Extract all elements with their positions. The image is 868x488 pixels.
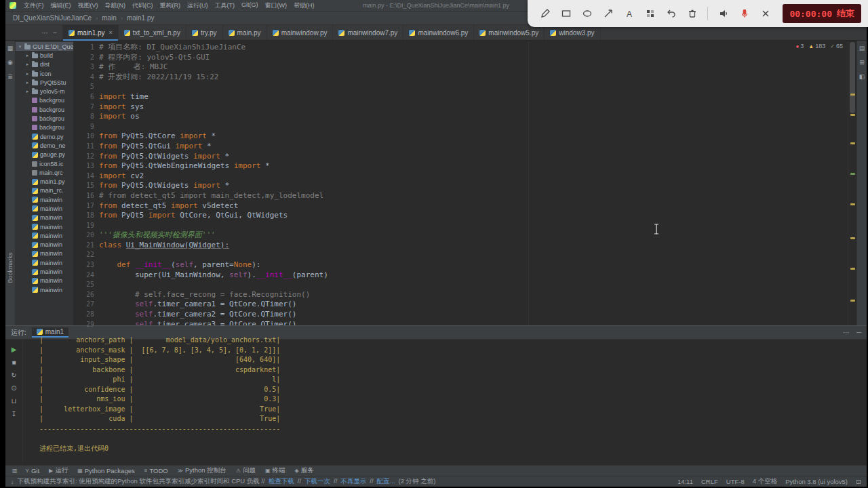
line-number[interactable]: 10 bbox=[73, 131, 94, 142]
line-number[interactable]: 20 bbox=[73, 230, 94, 241]
stop-icon[interactable]: ■ bbox=[12, 359, 16, 366]
status-link[interactable]: 下载一次 bbox=[304, 477, 330, 486]
tree-item[interactable]: mainwin bbox=[16, 214, 73, 222]
menu-item[interactable]: 工具(T) bbox=[212, 1, 239, 11]
status-widget[interactable]: UTF-8 bbox=[726, 478, 745, 485]
refresh-icon[interactable]: ↻ bbox=[11, 371, 16, 379]
line-number[interactable]: 19 bbox=[73, 221, 94, 231]
status-widget[interactable]: 14:11 bbox=[677, 478, 693, 485]
editor-tab[interactable]: main.py bbox=[223, 25, 267, 40]
menu-item[interactable]: 文件(F) bbox=[20, 1, 47, 11]
lock-icon[interactable]: ⊡ bbox=[856, 478, 861, 485]
scroll-end-icon[interactable]: ↧ bbox=[11, 410, 16, 418]
breadcrumb-item[interactable]: main1.py bbox=[125, 14, 157, 22]
close-icon[interactable] bbox=[756, 5, 774, 23]
menu-item[interactable]: 窗口(W) bbox=[262, 1, 291, 11]
chevron-collapsed-icon[interactable]: ▸ bbox=[25, 80, 30, 85]
line-number[interactable]: 8 bbox=[73, 112, 94, 122]
editor-tab[interactable]: try.py bbox=[186, 25, 223, 40]
menu-item[interactable]: 代码(C) bbox=[129, 1, 157, 11]
hide-panel-icon[interactable]: − bbox=[53, 29, 57, 37]
tree-item[interactable]: mainwin bbox=[16, 249, 73, 258]
tree-item[interactable]: icon58.ic bbox=[16, 159, 73, 168]
ellipse-icon[interactable] bbox=[578, 5, 596, 23]
chevron-expanded-icon[interactable]: ▾ bbox=[18, 44, 22, 49]
menu-item[interactable]: 视图(V) bbox=[75, 1, 102, 11]
status-link[interactable]: 配置... bbox=[377, 477, 395, 486]
line-number[interactable]: 12 bbox=[73, 152, 94, 162]
menu-item[interactable]: 编辑(E) bbox=[47, 1, 75, 11]
tree-item[interactable]: mainwin bbox=[16, 258, 73, 267]
line-number[interactable]: 5 bbox=[73, 82, 94, 92]
tree-item[interactable]: backgrou bbox=[16, 105, 73, 114]
undo-icon[interactable] bbox=[662, 5, 680, 23]
tool-window-button[interactable]: ⚠问题 bbox=[232, 466, 260, 475]
inspections-widget[interactable]: ●3▲183✓65 bbox=[795, 43, 843, 49]
chevron-collapsed-icon[interactable]: ▸ bbox=[25, 53, 30, 58]
editor-scrollbar[interactable] bbox=[848, 41, 856, 325]
editor-tab[interactable]: mainwindow7.py bbox=[333, 25, 403, 40]
close-icon[interactable]: × bbox=[109, 29, 113, 36]
project-tool-icon[interactable]: ▦ bbox=[7, 45, 14, 52]
line-number[interactable]: 17 bbox=[73, 201, 94, 211]
text-icon[interactable]: A bbox=[620, 5, 638, 23]
tree-item[interactable]: main1.py bbox=[16, 177, 73, 186]
arrow-icon[interactable] bbox=[599, 5, 617, 23]
tree-item[interactable]: mainwin bbox=[16, 285, 73, 294]
chevron-collapsed-icon[interactable]: ▸ bbox=[25, 71, 30, 77]
tree-item[interactable]: ▾GUI E:\DI_QueXia bbox=[16, 42, 73, 51]
tree-item[interactable]: ▸icon bbox=[16, 69, 73, 78]
tree-item[interactable]: ▸PyQt5Stu bbox=[16, 78, 73, 87]
menu-item[interactable]: 重构(R) bbox=[157, 1, 184, 11]
menu-item[interactable]: 导航(N) bbox=[102, 1, 130, 11]
warning-count-badge[interactable]: ▲183 bbox=[808, 43, 825, 49]
mic-icon[interactable] bbox=[735, 5, 753, 23]
tree-item[interactable]: mainwin bbox=[16, 231, 73, 240]
editor-tab[interactable]: mainwindow5.py bbox=[474, 25, 545, 40]
line-number[interactable]: 27 bbox=[73, 300, 94, 310]
line-number[interactable]: 26 bbox=[73, 290, 94, 300]
breadcrumb-item[interactable]: DI_QueXianShiJueJianCe bbox=[11, 14, 94, 22]
line-number[interactable]: 25 bbox=[73, 280, 94, 290]
line-number[interactable]: 23 bbox=[73, 260, 94, 270]
menu-item[interactable]: 运行(U) bbox=[184, 1, 212, 11]
line-number[interactable]: 24 bbox=[73, 270, 94, 281]
tool-window-button[interactable]: ≫Python 控制台 bbox=[174, 466, 231, 475]
tree-item[interactable]: demo.py bbox=[16, 132, 73, 141]
chevron-collapsed-icon[interactable]: ▸ bbox=[25, 89, 30, 94]
line-number[interactable]: 13 bbox=[73, 161, 94, 171]
status-widget[interactable]: CRLF bbox=[701, 478, 718, 485]
status-link[interactable]: 检查下载 bbox=[269, 477, 294, 486]
line-number[interactable]: 22 bbox=[73, 250, 94, 260]
breadcrumb-item[interactable]: main bbox=[100, 14, 119, 22]
menu-item[interactable]: Git(G) bbox=[238, 1, 262, 11]
chevron-collapsed-icon[interactable]: ▸ bbox=[25, 62, 30, 67]
more-options-icon[interactable]: ⋯ bbox=[41, 29, 48, 37]
trash-icon[interactable] bbox=[683, 5, 701, 23]
tool-window-button[interactable]: ≡TODO bbox=[140, 467, 172, 474]
bookmarks-stripe-button[interactable]: Bookmarks bbox=[7, 252, 14, 283]
line-number[interactable]: 18 bbox=[73, 211, 94, 221]
line-number[interactable]: 7 bbox=[73, 102, 94, 113]
line-number[interactable]: 1 bbox=[73, 43, 94, 53]
tool-window-button[interactable]: ▣终端 bbox=[261, 466, 290, 475]
tree-item[interactable]: mainwin bbox=[16, 222, 73, 231]
line-number[interactable]: 4 bbox=[73, 73, 94, 83]
line-number[interactable]: 3 bbox=[73, 62, 94, 73]
mosaic-icon[interactable] bbox=[641, 5, 659, 23]
structure-tool-icon[interactable]: ≣ bbox=[7, 73, 13, 80]
scrollbar-thumb[interactable] bbox=[850, 42, 855, 113]
speaker-icon[interactable] bbox=[714, 5, 732, 23]
line-number[interactable]: 21 bbox=[73, 241, 94, 251]
editor-tab[interactable]: main1.py× bbox=[63, 25, 119, 40]
line-number[interactable]: 9 bbox=[73, 122, 94, 132]
tree-item[interactable]: gauge.py bbox=[16, 150, 73, 159]
editor-tab[interactable]: window3.py bbox=[545, 25, 600, 40]
tree-item[interactable]: backgrou bbox=[16, 114, 73, 123]
commit-tool-icon[interactable]: ◉ bbox=[7, 59, 13, 66]
tree-item[interactable]: ▸build bbox=[16, 51, 73, 60]
line-number[interactable]: 2 bbox=[73, 53, 94, 63]
tool-window-button[interactable]: ▶运行 bbox=[45, 466, 72, 475]
editor-tab[interactable]: txt_to_xml_n.py bbox=[119, 25, 186, 40]
pin-icon[interactable]: ⊙ bbox=[11, 384, 16, 392]
